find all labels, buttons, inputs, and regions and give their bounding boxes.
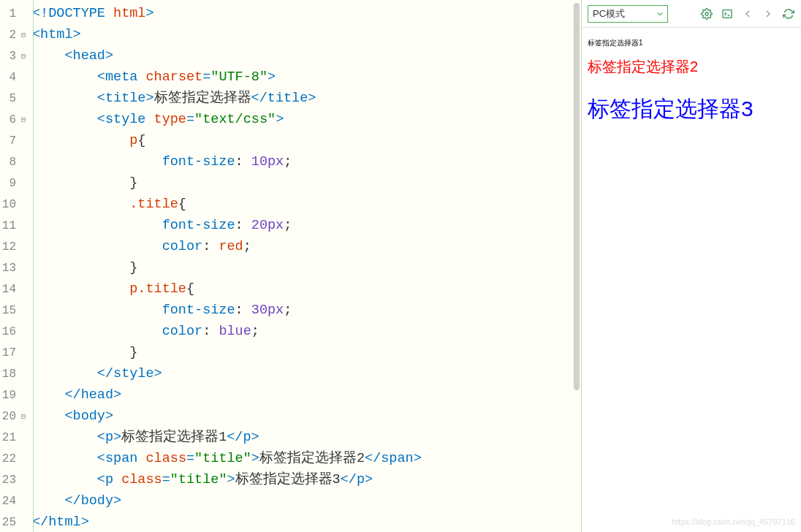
code-line[interactable]: <style type="text/css"> bbox=[32, 109, 581, 130]
gutter-row: 25 bbox=[0, 512, 31, 532]
gutter-row: 21 bbox=[0, 427, 31, 448]
code-line[interactable]: color: red; bbox=[32, 236, 581, 257]
watermark: https://blog.csdn.net/qq_45797116 bbox=[672, 517, 795, 526]
settings-icon[interactable] bbox=[700, 7, 713, 20]
line-number: 20 bbox=[0, 410, 16, 423]
gutter-row: 5 bbox=[0, 88, 31, 109]
fold-toggle-icon[interactable]: ⊟ bbox=[19, 31, 28, 39]
gutter-row: 20⊟ bbox=[0, 406, 31, 427]
line-number: 10 bbox=[0, 198, 16, 211]
console-icon[interactable] bbox=[721, 7, 734, 20]
code-line[interactable]: } bbox=[32, 342, 581, 363]
code-line[interactable]: font-size: 20px; bbox=[32, 215, 581, 236]
gutter-row: 22 bbox=[0, 448, 31, 469]
code-line[interactable]: <p class="title">标签指定选择器3</p> bbox=[32, 469, 581, 490]
gutter-row: 9 bbox=[0, 172, 31, 194]
preview-p1: 标签指定选择器1 bbox=[588, 38, 795, 48]
line-number: 5 bbox=[0, 92, 16, 105]
code-line[interactable]: color: blue; bbox=[32, 321, 581, 342]
code-line[interactable]: } bbox=[32, 172, 581, 194]
gutter-row: 1 bbox=[0, 3, 31, 24]
code-line[interactable]: </style> bbox=[32, 363, 581, 384]
code-line[interactable]: } bbox=[32, 257, 581, 278]
preview-span-title: 标签指定选择器2 bbox=[588, 57, 795, 77]
code-line[interactable]: <!DOCTYPE html> bbox=[32, 3, 581, 24]
code-line[interactable]: <meta charset="UTF-8"> bbox=[32, 66, 581, 88]
gutter-row: 24 bbox=[0, 490, 31, 512]
line-number: 24 bbox=[0, 495, 16, 508]
code-line[interactable]: font-size: 10px; bbox=[32, 151, 581, 172]
gutter-row: 8 bbox=[0, 151, 31, 172]
gutter-row: 15 bbox=[0, 300, 31, 321]
line-number: 17 bbox=[0, 346, 16, 360]
mode-select[interactable]: PC模式 bbox=[588, 5, 668, 23]
chevron-down-icon bbox=[657, 11, 663, 17]
gutter-row: 6⊟ bbox=[0, 109, 31, 130]
gutter-row: 16 bbox=[0, 321, 31, 342]
code-line[interactable]: font-size: 30px; bbox=[32, 300, 581, 321]
preview-toolbar: PC模式 bbox=[582, 0, 801, 28]
fold-toggle-icon[interactable]: ⊟ bbox=[19, 115, 28, 124]
line-number: 18 bbox=[0, 368, 16, 381]
gutter-row: 18 bbox=[0, 363, 31, 384]
code-line[interactable]: <body> bbox=[32, 406, 581, 427]
code-line[interactable]: </html> bbox=[32, 512, 581, 532]
gutter-row: 23 bbox=[0, 469, 31, 490]
gutter-row: 11 bbox=[0, 215, 31, 236]
code-line[interactable]: </body> bbox=[32, 490, 581, 512]
line-number: 13 bbox=[0, 262, 16, 275]
scrollbar-thumb[interactable] bbox=[574, 3, 580, 390]
line-number: 19 bbox=[0, 389, 16, 402]
toolbar-icons bbox=[700, 7, 795, 20]
refresh-icon[interactable] bbox=[782, 7, 795, 20]
line-gutter: 12⊟3⊟456⊟7891011121314151617181920⊟21222… bbox=[0, 0, 31, 532]
gutter-row: 19 bbox=[0, 384, 31, 406]
line-number: 15 bbox=[0, 304, 16, 317]
code-line[interactable]: <html> bbox=[32, 24, 581, 45]
gutter-row: 13 bbox=[0, 257, 31, 278]
line-number: 22 bbox=[0, 452, 16, 466]
code-line[interactable]: <head> bbox=[32, 45, 581, 66]
gutter-row: 17 bbox=[0, 342, 31, 363]
gutter-row: 10 bbox=[0, 194, 31, 215]
line-number: 7 bbox=[0, 134, 16, 148]
code-line[interactable]: <title>标签指定选择器</title> bbox=[32, 88, 581, 109]
preview-panel: PC模式 标签指定选择器1 标签指定选择器2 标签指定选择器3 https://… bbox=[582, 0, 801, 532]
line-number: 6 bbox=[0, 113, 16, 126]
line-number: 21 bbox=[0, 431, 16, 444]
code-line[interactable]: </head> bbox=[32, 384, 581, 406]
forward-icon[interactable] bbox=[762, 7, 775, 20]
preview-content: 标签指定选择器1 标签指定选择器2 标签指定选择器3 https://blog.… bbox=[582, 28, 801, 532]
code-line[interactable]: p{ bbox=[32, 130, 581, 151]
code-line[interactable]: <span class="title">标签指定选择器2</span> bbox=[32, 448, 581, 469]
line-number: 12 bbox=[0, 240, 16, 254]
line-number: 1 bbox=[0, 7, 16, 20]
code-line[interactable]: p.title{ bbox=[32, 278, 581, 300]
gutter-row: 12 bbox=[0, 236, 31, 257]
preview-p-title: 标签指定选择器3 bbox=[588, 94, 795, 124]
line-number: 2 bbox=[0, 28, 16, 42]
line-number: 3 bbox=[0, 50, 16, 63]
svg-point-0 bbox=[705, 12, 708, 15]
fold-toggle-icon[interactable]: ⊟ bbox=[19, 412, 28, 421]
gutter-row: 4 bbox=[0, 66, 31, 88]
line-number: 11 bbox=[0, 219, 16, 232]
gutter-row: 2⊟ bbox=[0, 24, 31, 45]
line-number: 25 bbox=[0, 516, 16, 529]
line-number: 14 bbox=[0, 283, 16, 296]
back-icon[interactable] bbox=[741, 7, 754, 20]
code-line[interactable]: <p>标签指定选择器1</p> bbox=[32, 427, 581, 448]
line-number: 16 bbox=[0, 325, 16, 338]
line-number: 8 bbox=[0, 156, 16, 169]
line-number: 4 bbox=[0, 71, 16, 84]
gutter-row: 14 bbox=[0, 278, 31, 300]
code-area[interactable]: <!DOCTYPE html><html> <head> <meta chars… bbox=[31, 0, 581, 532]
line-number: 23 bbox=[0, 474, 16, 487]
code-line[interactable]: .title{ bbox=[32, 194, 581, 215]
gutter-row: 3⊟ bbox=[0, 45, 31, 66]
line-number: 9 bbox=[0, 177, 16, 190]
gutter-divider bbox=[33, 0, 34, 532]
code-editor[interactable]: 12⊟3⊟456⊟7891011121314151617181920⊟21222… bbox=[0, 0, 582, 532]
mode-select-label: PC模式 bbox=[593, 7, 625, 20]
fold-toggle-icon[interactable]: ⊟ bbox=[19, 52, 28, 61]
